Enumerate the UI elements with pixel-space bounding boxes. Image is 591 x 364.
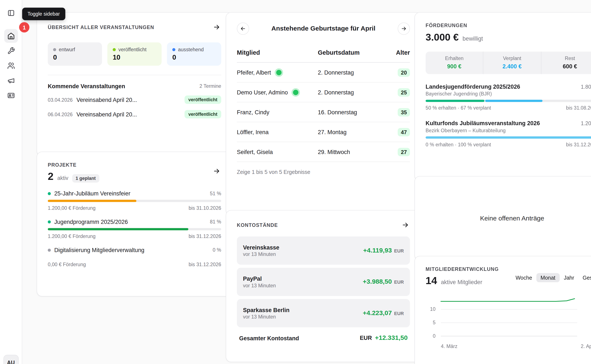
events-card-title: ÜBERSICHT ALLER VERANSTALTUNGEN <box>48 24 154 30</box>
funding-item[interactable]: Landesjugendförderung 2025/2026 1.800 € … <box>426 83 591 111</box>
column-header-geburtsdatum: Geburtsdatum <box>318 49 390 56</box>
event-list-item[interactable]: 03.04.2026 Vereinsabend April 20... verö… <box>48 96 221 104</box>
stat-veroeffentlicht: veröffentlicht 10 <box>107 42 162 65</box>
progress-track <box>48 200 221 202</box>
chart-canvas <box>426 292 577 342</box>
status-dot <box>53 48 56 51</box>
active-projects-label: aktiv <box>57 175 68 181</box>
funding-progress-verplant <box>485 100 542 102</box>
upcoming-events-count: 2 Termine <box>200 83 221 89</box>
funding-status: 0 % erhalten · 100 % verplant <box>426 142 491 147</box>
birthday-table-row: Pfeifer, Albert 2. Donnerstag 20 <box>237 63 410 83</box>
account-updated: vor 13 Minuten <box>243 283 276 288</box>
status-dot <box>113 48 116 51</box>
stat-value: 0 <box>172 53 216 62</box>
sidebar-item-announcements[interactable] <box>4 74 18 87</box>
account-row[interactable]: Sparkasse Berlin vor 13 Minuten +4.223,0… <box>237 299 410 327</box>
project-funding: 0,00 € Förderung <box>48 262 86 267</box>
project-item[interactable]: 25-Jahr-Jubiläum Vereinsfeier 51 % 1.200… <box>48 190 221 211</box>
funding-card-arrow-button[interactable] <box>590 32 591 42</box>
tab-jahr[interactable]: Jahr <box>560 273 578 282</box>
requests-empty-text: Keine offenen Anträge <box>480 214 544 222</box>
y-axis-tick: 5 <box>426 320 435 325</box>
sidebar: AU <box>0 0 22 364</box>
sidebar-item-tools[interactable] <box>4 44 18 58</box>
funding-name: Landesjugendförderung 2025/2026 <box>426 83 520 90</box>
projects-card: PROJEKTE 2 aktiv 1 geplant 25-Jahr-Jubil… <box>37 152 232 297</box>
x-axis-label-end: 2. Apr. <box>581 343 591 349</box>
account-currency: EUR <box>394 248 404 254</box>
birthdays-prev-month-button[interactable] <box>237 22 249 35</box>
funding-item[interactable]: Kulturfonds Jubiläumsveranstaltung 2026 … <box>426 120 591 147</box>
age-badge: 47 <box>398 128 410 136</box>
stat-label: entwurf <box>59 46 75 52</box>
project-status-dot <box>48 248 51 251</box>
account-currency: EUR <box>394 311 404 316</box>
sidebar-item-home[interactable] <box>4 29 18 43</box>
project-item[interactable]: Digitalisierung Mitgliederverwaltung 0 %… <box>48 247 221 267</box>
funding-until: bis 31.12.2026 <box>566 142 591 147</box>
divider <box>48 75 221 75</box>
events-card-arrow-button[interactable] <box>212 22 221 32</box>
column-header-mitglied: Mitglied <box>237 49 318 56</box>
birthday-date: 27. Montag <box>318 129 390 135</box>
arrow-right-icon <box>590 33 591 41</box>
active-projects-count: 2 <box>48 172 54 182</box>
funding-stats-strip: Erhalten 900 € Verplant 2.400 € Rest 600… <box>426 52 591 74</box>
tab-monat[interactable]: Monat <box>536 273 560 282</box>
sidebar-item-members[interactable] <box>4 59 18 72</box>
progress-fill <box>48 228 188 230</box>
account-row[interactable]: PayPal vor 13 Minuten +3.988,50 EUR <box>237 268 410 296</box>
event-title: Vereinsabend April 20... <box>77 96 137 103</box>
project-item[interactable]: Jugendprogramm 2025/2026 81 % 1.200,00 €… <box>48 219 221 239</box>
age-badge: 20 <box>398 68 410 77</box>
event-status-badge: veröffentlicht <box>185 110 221 118</box>
progress-track <box>48 228 221 230</box>
column-header-alter: Alter <box>390 49 410 56</box>
project-percent: 0 % <box>213 247 221 253</box>
account-name: PayPal <box>243 275 276 282</box>
annotation-marker: 1 <box>19 22 29 32</box>
accounts-card-arrow-button[interactable] <box>401 221 410 230</box>
account-row[interactable]: Vereinskasse vor 13 Minuten +4.119,93 EU… <box>237 236 410 265</box>
avatar[interactable]: AU <box>3 355 19 364</box>
funding-stat-value: 900 € <box>426 63 483 69</box>
project-status-dot <box>48 220 51 223</box>
project-percent: 51 % <box>210 190 221 196</box>
accounts-card-title: KONTOSTÄNDE <box>237 222 278 228</box>
funding-name: Kulturfonds Jubiläumsveranstaltung 2026 <box>426 120 540 126</box>
member-name: Pfeifer, Albert <box>237 69 271 76</box>
tab-woche[interactable]: Woche <box>511 273 536 282</box>
funding-source: Bezirk Oberbayern – Kulturabteilung <box>426 128 591 133</box>
project-status-dot <box>48 192 51 195</box>
birthday-table-row: Franz, Cindy 16. Donnerstag 35 <box>237 102 410 122</box>
event-date: 03.04.2026 <box>48 97 73 103</box>
project-name: Jugendprogramm 2025/2026 <box>54 219 128 225</box>
x-axis-labels: 4. März 2. Apr. <box>426 342 591 349</box>
account-currency: EUR <box>394 280 404 285</box>
toggle-sidebar-button[interactable] <box>4 6 18 20</box>
sidebar-nav <box>4 29 18 102</box>
project-until: bis 31.12.2026 <box>189 262 221 267</box>
stat-ausstehend: ausstehend 0 <box>167 42 221 65</box>
birthday-date: 29. Mittwoch <box>318 149 390 155</box>
dashboard: AU Toggle sidebar 1 ÜBERSICHT ALLER VERA… <box>0 0 591 364</box>
y-axis-tick: 10 <box>426 307 435 312</box>
age-badge: 35 <box>398 108 410 116</box>
funding-progress-track <box>426 136 591 139</box>
members-range-tabs: Woche Monat Jahr Gesamt <box>511 273 591 282</box>
funding-total-label: bewilligt <box>463 35 483 41</box>
birthday-date: 2. Donnerstag <box>318 69 390 76</box>
tab-gesamt[interactable]: Gesamt <box>578 273 591 282</box>
birthdays-next-month-button[interactable] <box>398 22 410 35</box>
event-title: Vereinsabend April 20... <box>77 111 137 117</box>
birthdays-result-count: Zeige 1 bis 5 von 5 Ergebnisse <box>237 169 410 175</box>
sidebar-item-finance[interactable] <box>4 89 18 102</box>
member-name: Demo User, Admino <box>237 89 288 96</box>
stat-label: ausstehend <box>178 46 204 52</box>
projects-card-arrow-button[interactable] <box>212 167 221 176</box>
total-balance-currency: EUR <box>360 335 372 341</box>
event-list-item[interactable]: 06.04.2026 Vereinsabend April 20... verö… <box>48 110 221 118</box>
panel-left-icon <box>7 9 15 17</box>
members-line-chart: 10 5 0 <box>426 292 591 342</box>
